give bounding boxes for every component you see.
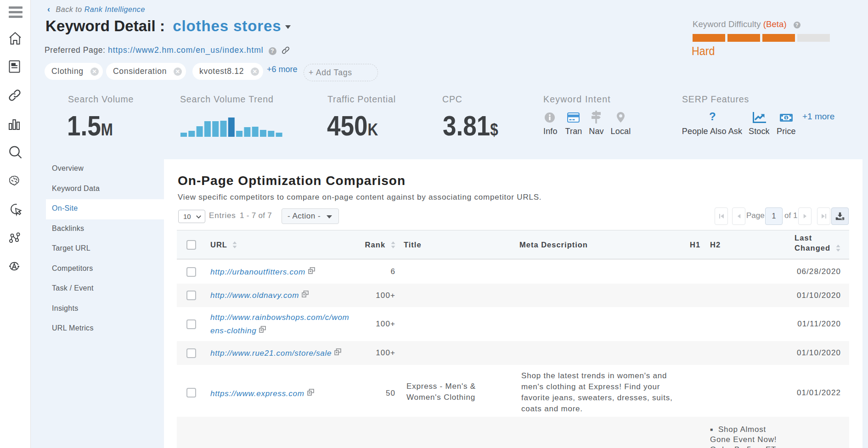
svg-text:1: 1 <box>785 115 788 120</box>
